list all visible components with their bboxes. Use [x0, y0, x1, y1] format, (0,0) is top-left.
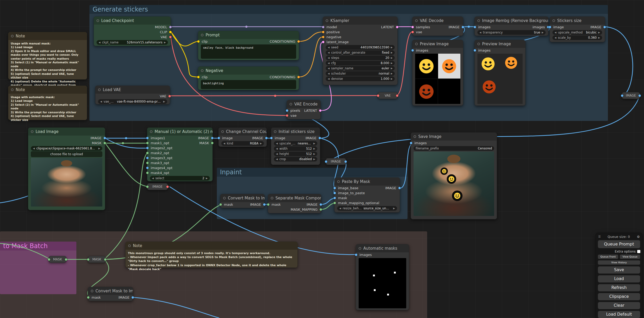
mask4-opt-input-pin[interactable] — [146, 172, 149, 174]
image-input-pin[interactable] — [621, 94, 623, 97]
reroute-mask-1[interactable]: MASK — [49, 256, 66, 263]
left-arrow-icon[interactable]: ◀ — [33, 147, 35, 150]
denoise-widget[interactable]: ◀denoise1.000▶ — [326, 76, 395, 81]
negative-input-pin[interactable] — [322, 36, 324, 38]
mask-input-pin[interactable] — [87, 258, 89, 261]
image-base-input-pin[interactable] — [334, 187, 336, 189]
clear-button[interactable]: Clear — [598, 302, 640, 309]
width-widget[interactable]: ◀width512▶ — [274, 146, 317, 151]
collapse-toggle[interactable] — [415, 19, 418, 22]
node-title-bar[interactable]: Stickers size — [550, 17, 605, 25]
node-title-bar[interactable]: Automatic masks — [356, 244, 409, 252]
node-note-workaround[interactable]: Note This monstrous group should only co… — [125, 242, 298, 268]
group-title[interactable]: Inpaint — [217, 168, 408, 177]
left-arrow-icon[interactable]: ◀ — [479, 31, 481, 34]
node-image-rembg[interactable]: Image Rembg (Remove Background) imagesim… — [474, 16, 549, 36]
collapse-toggle[interactable] — [201, 69, 204, 72]
image-output-pin[interactable] — [320, 203, 322, 206]
group-title[interactable]: Generate stickers — [89, 5, 608, 14]
collapse-toggle[interactable] — [337, 180, 340, 183]
node-title-bar[interactable]: Prompt — [198, 31, 299, 39]
right-arrow-icon[interactable]: ▶ — [391, 46, 393, 49]
left-arrow-icon[interactable]: ◀ — [328, 77, 330, 80]
left-arrow-icon[interactable]: ◀ — [328, 57, 330, 59]
node-paste-by-mask[interactable]: Paste By Mask image_baseIMAGE image_to_p… — [334, 177, 400, 213]
node-title-bar[interactable]: Initial stickers size — [271, 128, 320, 136]
image-input-pin[interactable] — [325, 160, 327, 163]
samples-input-pin[interactable] — [411, 26, 414, 28]
node-title-bar[interactable]: Convert Mask to Image — [88, 287, 133, 295]
mask-input-pin[interactable] — [146, 186, 149, 188]
image-path-widget[interactable]: ◀clipspace/clipspace-mask-6625661.800000… — [31, 146, 102, 151]
cfg-widget[interactable]: ◀cfg8.000▶ — [326, 61, 395, 65]
output-pin[interactable] — [166, 186, 169, 188]
mask-output-pin[interactable] — [65, 258, 67, 261]
node-title-bar[interactable]: Save Image — [411, 133, 497, 141]
pixels-input-pin[interactable] — [286, 109, 288, 112]
model-input-pin[interactable] — [322, 26, 324, 28]
image-output-pin[interactable] — [462, 26, 464, 28]
node-negative[interactable]: Negative clipCONDITIONING backlighting — [198, 66, 299, 90]
mask-input-pin[interactable] — [267, 203, 269, 206]
right-arrow-icon[interactable]: ▶ — [391, 62, 393, 64]
left-arrow-icon[interactable]: ◀ — [276, 158, 278, 160]
images1-input-pin[interactable] — [146, 137, 149, 139]
upscale-method-widget[interactable]: ◀upscale_methodbicubic▶ — [552, 30, 602, 35]
control-after-generate-widget[interactable]: ◀control_after_generatefixed▶ — [326, 50, 395, 55]
steps-widget[interactable]: ◀steps20▶ — [326, 55, 395, 60]
image-output-pin[interactable] — [132, 296, 134, 299]
image-output-pin[interactable] — [319, 137, 321, 139]
prompt-textarea[interactable]: smiley face, black background — [201, 44, 296, 59]
scale-by-widget[interactable]: ◀scale_by0.360▶ — [552, 35, 602, 40]
collapse-toggle[interactable] — [201, 34, 204, 36]
sampler-name-widget[interactable]: ◀sampler_nameeuler▶ — [326, 66, 395, 71]
right-arrow-icon[interactable]: ▶ — [391, 67, 393, 70]
node-load-vae[interactable]: Load VAE VAE ◀vae_namevae-ft-mse-840000-… — [95, 86, 170, 104]
vae-output-pin[interactable] — [169, 36, 172, 38]
right-arrow-icon[interactable]: ▶ — [598, 36, 600, 39]
drag-handle-icon[interactable]: ⠿ — [598, 235, 601, 239]
node-note-manual[interactable]: Note Usage with manual mask: 1) Load ima… — [8, 32, 87, 80]
left-arrow-icon[interactable]: ◀ — [99, 41, 100, 44]
images-input-pin[interactable] — [474, 49, 476, 52]
collapse-toggle[interactable] — [150, 130, 152, 133]
load-button[interactable]: Load — [598, 275, 640, 283]
image-to-paste-input-pin[interactable] — [334, 192, 336, 194]
images2-opt-input-pin[interactable] — [146, 147, 149, 149]
group-to-mask-batch[interactable]: to Mask Batch — [0, 242, 76, 294]
node-save-image[interactable]: Save Image images filename_prefixCensore… — [411, 132, 497, 219]
collapse-toggle[interactable] — [477, 43, 480, 45]
node-title-bar[interactable]: VAE Decode — [413, 17, 463, 25]
node-ksampler[interactable]: KSampler modelLATENT positive negative l… — [323, 16, 398, 85]
latent-output-pin[interactable] — [319, 109, 321, 112]
node-title-bar[interactable]: Manual (1) or Automatic (2) mask? — [147, 128, 212, 136]
mask-input-pin[interactable] — [334, 197, 336, 199]
left-arrow-icon[interactable]: ◀ — [555, 36, 556, 39]
select-widget[interactable]: ◀select2▶ — [150, 176, 210, 181]
extra-options-checkbox[interactable] — [637, 250, 640, 253]
ckpt-name-widget[interactable]: ◀ckpt_name526mixV15.safetensors▶ — [97, 40, 168, 45]
collapse-toggle[interactable] — [290, 103, 292, 105]
collapse-toggle[interactable] — [97, 19, 99, 22]
node-title-bar[interactable]: KSampler — [323, 17, 397, 25]
mask-input-pin[interactable] — [219, 203, 222, 206]
node-title-bar[interactable]: Load Image — [28, 128, 105, 136]
images4-opt-input-pin[interactable] — [146, 167, 149, 169]
queue-prompt-button[interactable]: Queue Prompt — [598, 240, 640, 248]
image-output-pin[interactable] — [344, 160, 347, 163]
node-load-image[interactable]: Load Image IMAGE MASK ◀clipspace/clipspa… — [28, 127, 105, 210]
node-title-bar[interactable]: Convert Mask to Image — [221, 194, 264, 202]
positive-input-pin[interactable] — [322, 31, 324, 33]
node-title-bar[interactable]: Preview Image — [413, 40, 463, 48]
collapse-toggle[interactable] — [552, 19, 555, 22]
image-output-pin[interactable] — [398, 187, 401, 189]
mask3-opt-input-pin[interactable] — [146, 162, 149, 164]
left-arrow-icon[interactable]: ◀ — [555, 31, 556, 34]
mask-input-pin[interactable] — [48, 258, 50, 261]
mask-mapping-output-pin[interactable] — [320, 208, 322, 211]
image-output-pin[interactable] — [265, 137, 268, 139]
images3-opt-input-pin[interactable] — [146, 157, 149, 159]
right-arrow-icon[interactable]: ▶ — [598, 31, 600, 34]
filename-prefix-widget[interactable]: filename_prefixCensored — [414, 146, 494, 151]
image-output-pin[interactable] — [639, 94, 641, 97]
